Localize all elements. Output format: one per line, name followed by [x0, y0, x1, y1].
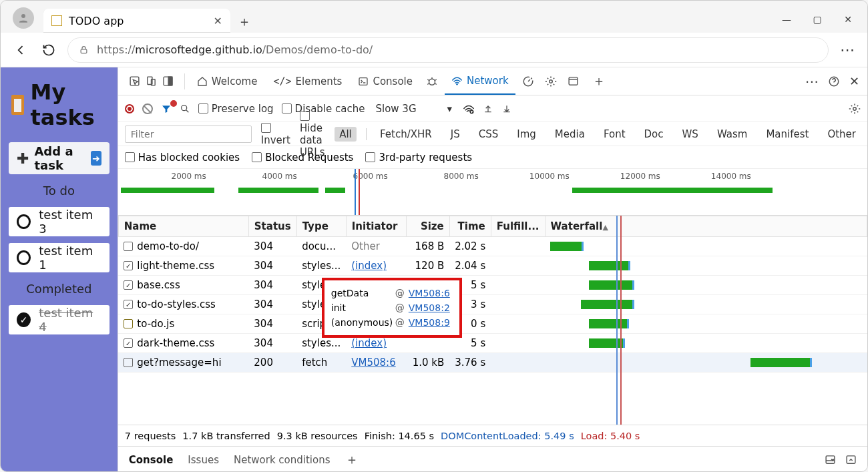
profile-avatar[interactable]	[13, 7, 34, 29]
svg-point-0	[21, 14, 25, 18]
checkbox-icon[interactable]	[17, 214, 31, 229]
close-devtools-icon[interactable]: ✕	[849, 74, 859, 88]
filter-type[interactable]: Media	[550, 127, 590, 142]
blocked-requests-checkbox[interactable]: Blocked Requests	[252, 152, 353, 164]
drawer-tab-netconditions[interactable]: Network conditions	[234, 454, 331, 466]
checkbox-checked-icon[interactable]	[17, 312, 31, 327]
stack-link[interactable]: VM508:6	[409, 286, 450, 300]
filter-type[interactable]: WS	[678, 127, 703, 142]
device-icon[interactable]	[146, 75, 157, 87]
add-task-input[interactable]: ✚ Add a task ➜	[9, 142, 110, 174]
drawer-expand-icon[interactable]	[845, 454, 857, 465]
filter-type[interactable]: Wasm	[712, 127, 752, 142]
clear-button[interactable]	[142, 103, 153, 114]
add-drawer-tab[interactable]: ＋	[345, 451, 359, 469]
inspect-icon[interactable]	[129, 75, 140, 87]
minimize-button[interactable]: —	[781, 14, 793, 25]
drawer-dock-icon[interactable]	[825, 454, 836, 465]
invert-checkbox[interactable]: Invert	[261, 122, 290, 146]
dock-icon[interactable]	[162, 75, 174, 87]
drawer-tab-issues[interactable]: Issues	[188, 454, 219, 466]
table-row[interactable]: light-theme.css304styles...(index)120 B2…	[118, 256, 867, 276]
filter-toggle-icon[interactable]	[161, 103, 172, 114]
table-header[interactable]: NameStatusTypeInitiator SizeTimeFulfill.…	[118, 216, 867, 237]
tab-welcome[interactable]: Welcome	[190, 67, 264, 95]
tab-title: TODO app	[69, 15, 124, 27]
table-row[interactable]: to-do-styles.css304styles...(index)3 s	[118, 295, 867, 314]
app-icon[interactable]	[564, 75, 583, 87]
stack-link[interactable]: VM508:2	[409, 300, 450, 315]
upload-icon[interactable]	[483, 103, 493, 114]
filter-type[interactable]: Font	[599, 127, 630, 142]
task-item[interactable]: test item 3	[9, 207, 110, 236]
task-item[interactable]: test item 4	[9, 305, 110, 334]
filter-type[interactable]: Other	[823, 127, 861, 142]
tab-close-icon[interactable]: ✕	[214, 15, 222, 27]
table-row[interactable]: to-do.js304script(index)0 s	[118, 314, 867, 334]
filter-type[interactable]: JS	[446, 127, 465, 142]
table-row[interactable]: dark-theme.css304styles...(index)5 s	[118, 334, 867, 353]
back-button[interactable]	[11, 41, 30, 59]
svg-rect-6	[168, 77, 172, 85]
svg-rect-1	[81, 49, 87, 53]
plus-icon: ✚	[17, 150, 29, 167]
table-row[interactable]: get?message=hi200fetchVM508:61.0 kB3.76 …	[118, 353, 867, 373]
network-settings-icon[interactable]	[849, 103, 861, 115]
checkbox-icon[interactable]	[17, 250, 31, 265]
network-table[interactable]: NameStatusTypeInitiator SizeTimeFulfill.…	[118, 216, 867, 425]
filter-type[interactable]: Fetch/XHR	[375, 127, 437, 142]
record-button[interactable]	[125, 104, 134, 113]
table-row[interactable]: base.css304styles...(index)5 s	[118, 276, 867, 295]
blocked-cookies-checkbox[interactable]: Has blocked cookies	[125, 152, 240, 164]
tab-console[interactable]: Console	[351, 67, 419, 95]
devtools-panel: Welcome </>Elements Console Network ＋ ⋯ …	[118, 67, 867, 472]
throttling-select[interactable]: Slow 3G▾	[373, 103, 455, 115]
offline-icon[interactable]	[463, 103, 475, 115]
submit-arrow-icon[interactable]: ➜	[91, 151, 101, 166]
new-tab-button[interactable]: ＋	[233, 10, 256, 33]
timeline-overview[interactable]: 2000 ms 4000 ms 6000 ms 8000 ms 10000 ms…	[118, 169, 867, 216]
menu-button[interactable]: ⋯	[838, 41, 857, 59]
svg-point-15	[853, 107, 857, 110]
preserve-log-checkbox[interactable]: Preserve log	[198, 103, 274, 115]
bug-icon[interactable]	[422, 75, 442, 87]
filter-type[interactable]: Manifest	[761, 127, 813, 142]
filter-input[interactable]	[125, 126, 252, 143]
svg-rect-11	[569, 77, 578, 85]
refresh-button[interactable]	[39, 41, 58, 59]
settings-gear-icon[interactable]	[541, 75, 561, 87]
performance-icon[interactable]	[518, 75, 538, 87]
filter-type[interactable]: Doc	[640, 127, 668, 142]
address-bar: https://microsoftedge.github.io/Demos/de…	[1, 33, 867, 67]
search-icon[interactable]	[180, 103, 190, 114]
help-icon[interactable]	[828, 75, 840, 87]
filter-row-2: Has blocked cookies Blocked Requests 3rd…	[118, 146, 867, 169]
stack-link[interactable]: VM508:9	[409, 315, 450, 330]
table-row[interactable]: demo-to-do/304docu...Other168 B2.02 s	[118, 237, 867, 256]
demo-app: My tasks ✚ Add a task ➜ To do test item …	[1, 67, 118, 472]
clipboard-icon	[11, 95, 24, 115]
lock-icon	[79, 45, 89, 55]
tab-favicon	[51, 15, 62, 26]
tab-network[interactable]: Network	[445, 67, 515, 95]
window-controls: — ▢ ✕	[781, 14, 862, 33]
svg-rect-7	[359, 77, 367, 85]
close-window-button[interactable]: ✕	[842, 14, 854, 25]
more-tabs-button[interactable]: ＋	[586, 72, 612, 90]
maximize-button[interactable]: ▢	[811, 14, 823, 25]
more-tools-icon[interactable]: ⋯	[805, 73, 819, 89]
filter-type[interactable]: Img	[512, 127, 541, 142]
devtools-tabstrip: Welcome </>Elements Console Network ＋ ⋯ …	[118, 67, 867, 95]
download-icon[interactable]	[501, 103, 512, 114]
url-input[interactable]: https://microsoftedge.github.io/Demos/de…	[67, 37, 829, 63]
svg-point-8	[429, 79, 435, 85]
thirdparty-checkbox[interactable]: 3rd-party requests	[365, 152, 472, 164]
drawer-tab-console[interactable]: Console	[129, 454, 174, 466]
browser-tab[interactable]: TODO app ✕	[43, 9, 230, 33]
filter-type-all[interactable]: All	[335, 127, 357, 142]
network-statusbar: 7 requests 1.7 kB transferred 9.3 kB res…	[118, 425, 867, 446]
filter-type[interactable]: CSS	[474, 127, 503, 142]
tab-elements[interactable]: </>Elements	[266, 67, 349, 95]
task-item[interactable]: test item 1	[9, 243, 110, 272]
section-completed: Completed	[9, 279, 110, 298]
